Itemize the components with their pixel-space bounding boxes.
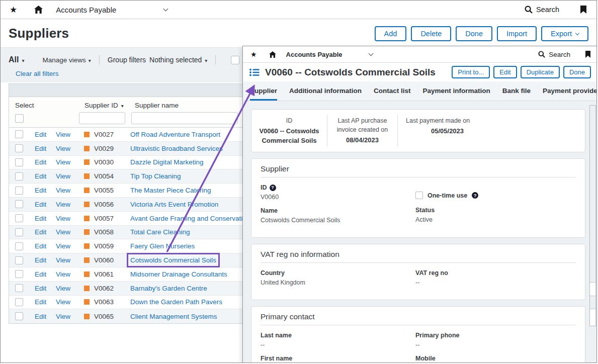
edit-link[interactable]: Edit <box>35 131 48 138</box>
home-icon[interactable] <box>34 6 43 14</box>
edit-link[interactable]: Edit <box>35 285 48 292</box>
row-select-checkbox[interactable] <box>15 144 23 152</box>
supplier-name-link[interactable]: Tip Top Cleaning <box>130 172 181 180</box>
tab-supplier[interactable]: Supplier <box>250 81 277 101</box>
supplier-name-link[interactable]: Victoria Arts Event Promotion <box>130 201 218 208</box>
supplier-name-link[interactable]: Off Road Adventure Transport <box>130 131 220 138</box>
supplier-name-link[interactable]: Down the Garden Path Pavers <box>130 298 222 306</box>
view-link[interactable]: View <box>56 256 72 264</box>
row-select-checkbox[interactable] <box>15 228 23 236</box>
row-select-checkbox[interactable] <box>15 270 23 278</box>
edit-link[interactable]: Edit <box>35 145 48 152</box>
view-link[interactable]: View <box>56 228 72 236</box>
bookmark-icon[interactable] <box>585 51 590 58</box>
scrollbar-thumb[interactable] <box>590 106 595 283</box>
record-list-icon[interactable] <box>249 68 260 76</box>
row-select-checkbox[interactable] <box>15 200 23 208</box>
supplier-name-link[interactable]: Client Management Systems <box>130 313 217 320</box>
done-button[interactable]: Done <box>563 66 591 78</box>
supplier-name-filter-input[interactable] <box>131 112 238 124</box>
row-select-checkbox[interactable] <box>15 298 23 306</box>
bookmark-icon[interactable] <box>580 6 586 14</box>
view-link[interactable]: View <box>56 172 72 180</box>
view-selector-label: All <box>9 55 19 64</box>
vat-section-heading: VAT reg no information <box>261 250 576 263</box>
row-select-checkbox[interactable] <box>15 130 23 138</box>
done-button[interactable]: Done <box>456 26 492 41</box>
edit-link[interactable]: Edit <box>35 298 48 306</box>
edit-link[interactable]: Edit <box>35 242 48 250</box>
help-icon[interactable]: ? <box>270 185 276 191</box>
panel-scrollbar[interactable] <box>589 105 596 326</box>
row-select-checkbox[interactable] <box>15 158 23 166</box>
row-select-checkbox[interactable] <box>15 312 23 320</box>
view-link[interactable]: View <box>56 145 72 152</box>
row-select-checkbox[interactable] <box>15 172 23 180</box>
supplier-id-filter-input[interactable] <box>79 112 125 124</box>
supplier-name-link[interactable]: Dazzle Digital Marketing <box>130 158 204 166</box>
row-select-checkbox[interactable] <box>15 187 23 195</box>
edit-link[interactable]: Edit <box>35 256 48 264</box>
divider <box>215 55 216 65</box>
manage-views-dropdown[interactable]: Manage views ▾ <box>42 56 91 64</box>
tab-payment-information[interactable]: Payment information <box>423 81 490 101</box>
one-time-use-checkbox[interactable] <box>415 192 423 199</box>
help-icon[interactable]: ? <box>472 192 478 199</box>
tab-bank-file[interactable]: Bank file <box>502 81 531 101</box>
supplier-name-link[interactable]: Barnaby's Garden Centre <box>130 285 207 292</box>
supplier-name-link[interactable]: Faery Glen Nurseries <box>130 242 195 250</box>
contact-fields-right: Primary phone -- Mobile -- Pager -- Fa <box>415 332 576 363</box>
delete-button[interactable]: Delete <box>411 26 451 41</box>
group-filters-dropdown[interactable]: Nothing selected ▾ <box>149 56 207 64</box>
global-search[interactable]: Search <box>525 6 559 14</box>
row-select-checkbox[interactable] <box>15 214 23 222</box>
export-dropdown-button[interactable]: Export <box>541 26 588 41</box>
add-button[interactable]: Add <box>375 26 407 41</box>
tab-contact-list[interactable]: Contact list <box>374 81 411 101</box>
view-link[interactable]: View <box>56 187 72 194</box>
row-select-checkbox[interactable] <box>15 242 23 250</box>
print-to-button[interactable]: Print to... <box>452 66 490 78</box>
edit-link[interactable]: Edit <box>35 201 48 208</box>
view-link[interactable]: View <box>56 242 72 250</box>
supplier-id-column-header[interactable]: Supplier ID ▾ <box>84 102 135 109</box>
app-menu-dropdown[interactable]: Accounts Payable <box>56 6 167 14</box>
edit-link[interactable]: Edit <box>35 270 48 278</box>
duplicate-button[interactable]: Duplicate <box>521 66 560 78</box>
supplier-name-link[interactable]: Cotswolds Commercial Soils <box>130 256 216 264</box>
app-menu-dropdown[interactable]: Accounts Payable <box>286 51 373 58</box>
supplier-name-link[interactable]: The Master Piece Catering <box>130 187 211 194</box>
row-select-checkbox[interactable] <box>15 284 23 292</box>
supplier-name-link[interactable]: Ultravistic Broadband Services <box>130 145 223 152</box>
global-search[interactable]: Search <box>538 51 570 58</box>
view-link[interactable]: View <box>56 215 72 222</box>
view-link[interactable]: View <box>56 285 72 292</box>
favorites-star-icon[interactable]: ★ <box>10 6 17 14</box>
edit-link[interactable]: Edit <box>35 158 48 166</box>
supplier-name-link[interactable]: Avant Garde Framing and Conservation <box>130 215 250 222</box>
edit-link[interactable]: Edit <box>35 215 48 222</box>
home-icon[interactable] <box>269 51 276 58</box>
supplier-name-link[interactable]: Total Care Cleaning <box>130 228 190 236</box>
favorites-star-icon[interactable]: ★ <box>250 51 257 58</box>
view-link[interactable]: View <box>56 313 72 320</box>
edit-link[interactable]: Edit <box>35 228 48 236</box>
clear-all-filters-link[interactable]: Clear all filters <box>16 70 59 77</box>
import-button[interactable]: Import <box>497 26 537 41</box>
row-select-checkbox[interactable] <box>15 256 23 264</box>
view-link[interactable]: View <box>56 131 72 138</box>
view-link[interactable]: View <box>56 201 72 208</box>
view-link[interactable]: View <box>56 298 72 306</box>
view-link[interactable]: View <box>56 158 72 166</box>
view-selector-dropdown[interactable]: All ▾ <box>9 55 24 64</box>
edit-link[interactable]: Edit <box>35 313 48 320</box>
tab-additional-information[interactable]: Additional information <box>289 81 362 101</box>
include-checkbox[interactable] <box>231 56 239 64</box>
edit-link[interactable]: Edit <box>35 172 48 180</box>
supplier-name-link[interactable]: Midsomer Drainage Consultants <box>130 270 227 278</box>
view-link[interactable]: View <box>56 270 72 278</box>
select-all-checkbox[interactable] <box>15 114 24 123</box>
edit-link[interactable]: Edit <box>35 187 48 194</box>
tab-payment-providers[interactable]: Payment providers <box>543 81 597 101</box>
edit-button[interactable]: Edit <box>493 66 517 78</box>
